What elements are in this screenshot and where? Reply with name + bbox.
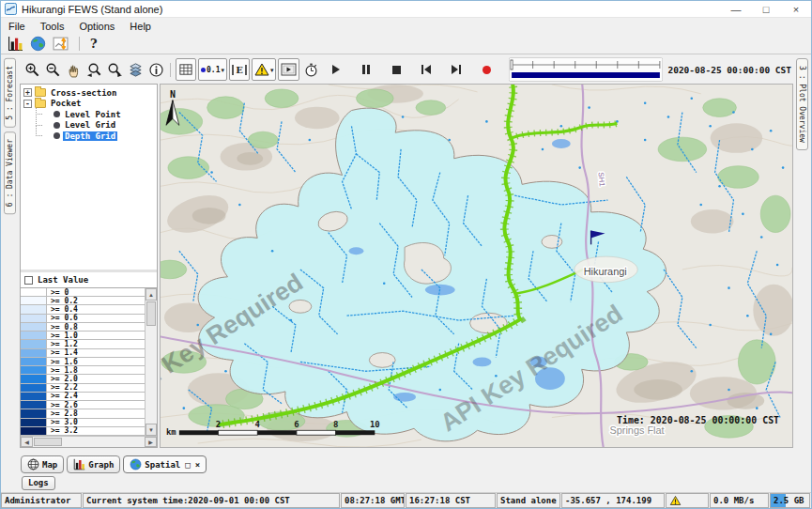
scroll-thumb[interactable] bbox=[34, 438, 62, 446]
tree-item[interactable]: Level Grid bbox=[23, 120, 157, 131]
record-button[interactable] bbox=[476, 58, 497, 81]
memory-usage-label: 2.5 GB bbox=[771, 496, 804, 505]
map-view[interactable]: API Key Required API Key Required SH1 Hi… bbox=[160, 84, 793, 448]
tree-connector bbox=[36, 126, 42, 136]
tree-item[interactable]: + Cross-section bbox=[23, 87, 157, 99]
magnifier-forward-icon bbox=[107, 62, 123, 78]
legend-color-swatch bbox=[21, 427, 47, 435]
legend-value-label: >= 2.0 bbox=[47, 375, 145, 382]
status-warning[interactable] bbox=[666, 493, 709, 508]
warning-icon bbox=[254, 62, 269, 77]
legend-row: >= 3.2 bbox=[21, 427, 145, 436]
legend-row: >= 1.4 bbox=[21, 349, 145, 358]
menu-item[interactable]: Options bbox=[71, 21, 122, 32]
title-bar: Hikurangi FEWS (Stand alone) — □ × bbox=[1, 1, 811, 18]
bar-chart-icon bbox=[73, 458, 85, 470]
layers-button[interactable] bbox=[125, 58, 146, 81]
tree-item[interactable]: Depth Grid bbox=[23, 131, 157, 142]
step-forward-icon bbox=[452, 65, 458, 74]
grid-toggle-button[interactable] bbox=[176, 58, 196, 81]
tree-item[interactable]: - Pocket bbox=[23, 99, 157, 110]
help-button[interactable]: ? bbox=[90, 37, 98, 51]
scroll-down-icon[interactable]: ▼ bbox=[146, 424, 157, 436]
zoom-in-button[interactable] bbox=[22, 58, 42, 81]
maximize-button[interactable]: □ bbox=[751, 1, 781, 17]
info-button[interactable] bbox=[146, 58, 166, 81]
tab-spatial[interactable]: Spatial □ × bbox=[123, 455, 207, 473]
tab-data-viewer[interactable]: 6 : Data Viewer bbox=[4, 131, 16, 214]
tab-map-label: Map bbox=[42, 460, 57, 470]
stop-button[interactable] bbox=[386, 58, 406, 81]
step-backward-button[interactable] bbox=[416, 58, 437, 81]
thresholds-dropdown[interactable]: ▾ bbox=[252, 58, 277, 81]
wire-globe-icon bbox=[27, 458, 39, 470]
play-button[interactable] bbox=[326, 58, 346, 81]
tab-restore-icon[interactable]: □ bbox=[185, 460, 190, 470]
database-display-button[interactable] bbox=[8, 36, 23, 52]
legend-color-swatch bbox=[21, 409, 47, 417]
animation-export-button[interactable] bbox=[300, 58, 321, 81]
tree-item[interactable]: Level Point bbox=[23, 109, 157, 120]
status-bar: Administrator Current system time:2020-0… bbox=[1, 492, 811, 508]
legend-value-label: >= 0.4 bbox=[47, 305, 145, 313]
legend-value-label: >= 0.2 bbox=[47, 297, 145, 304]
menu-item[interactable]: Tools bbox=[33, 21, 72, 32]
legend-color-swatch bbox=[21, 401, 47, 409]
legend-horizontal-scrollbar[interactable]: ◀ ▶ bbox=[21, 436, 157, 447]
movie-player-button[interactable] bbox=[278, 58, 299, 81]
legend-value-label: >= 2.4 bbox=[47, 393, 145, 400]
legend-row: >= 0.4 bbox=[21, 305, 145, 314]
tab-graph[interactable]: Graph bbox=[67, 455, 120, 473]
magnifier-minus-icon bbox=[45, 62, 61, 78]
tree-expander[interactable]: - bbox=[23, 100, 32, 108]
scroll-thumb[interactable] bbox=[146, 301, 156, 326]
timeline-datetime: 2020-08-25 00:00:00 CST bbox=[667, 65, 791, 75]
stop-icon bbox=[392, 66, 401, 74]
bottom-tab-bar: Map Graph Spatial □ × bbox=[19, 454, 793, 473]
timeline-slider[interactable] bbox=[509, 57, 663, 82]
menu-item[interactable]: Help bbox=[122, 21, 159, 32]
label-toggle-button[interactable]: E bbox=[229, 58, 250, 81]
scale-tick: 8 bbox=[333, 420, 338, 429]
scale-unit-label: km bbox=[166, 427, 176, 437]
timeline-range-bar bbox=[513, 72, 661, 78]
menu-item[interactable]: File bbox=[1, 21, 33, 32]
legend-row: >= 1.2 bbox=[21, 340, 145, 348]
legend-row: >= 1.6 bbox=[21, 358, 145, 366]
logs-button[interactable]: Logs bbox=[22, 476, 55, 490]
tab-forecast[interactable]: 5 : Forecast bbox=[4, 58, 16, 128]
tab-plot-overview[interactable]: 3 : Plot Overview bbox=[796, 58, 808, 150]
classify-dropdown[interactable]: 0.1 ▾ bbox=[198, 58, 227, 81]
legend-value-label: >= 3.2 bbox=[47, 427, 145, 435]
map-canvas[interactable]: API Key Required API Key Required SH1 Hi… bbox=[161, 85, 792, 447]
scroll-right-icon[interactable]: ▶ bbox=[145, 437, 157, 447]
zoom-out-button[interactable] bbox=[42, 58, 63, 81]
app-icon bbox=[5, 3, 17, 15]
tree-expander[interactable]: + bbox=[23, 88, 32, 97]
grid-display-button[interactable] bbox=[30, 36, 46, 52]
status-user: Administrator bbox=[1, 493, 82, 508]
status-gmt-time: 08:27:18 GMT bbox=[341, 493, 405, 508]
scroll-left-icon[interactable]: ◀ bbox=[21, 437, 33, 447]
tab-spatial-label: Spatial bbox=[145, 460, 180, 470]
timeline-handle bbox=[511, 60, 513, 69]
last-value-checkbox[interactable] bbox=[24, 276, 33, 285]
tab-close-icon[interactable]: × bbox=[195, 460, 200, 470]
close-button[interactable]: × bbox=[781, 1, 811, 17]
zoom-previous-button[interactable] bbox=[84, 58, 104, 81]
legend-vertical-scrollbar[interactable]: ▲ ▼ bbox=[145, 288, 157, 436]
scroll-up-icon[interactable]: ▲ bbox=[146, 288, 157, 301]
magnifier-plus-icon bbox=[24, 62, 40, 78]
zoom-next-button[interactable] bbox=[104, 58, 125, 81]
legend-color-swatch bbox=[21, 323, 47, 331]
status-mode: Stand alone bbox=[497, 493, 560, 508]
timeseries-dialog-button[interactable] bbox=[53, 36, 69, 52]
legend-color-swatch bbox=[21, 340, 47, 347]
minimize-button[interactable]: — bbox=[721, 1, 751, 17]
menu-bar: FileToolsOptionsHelp bbox=[1, 18, 811, 34]
step-forward-button[interactable] bbox=[446, 58, 467, 81]
pause-button[interactable] bbox=[356, 58, 376, 81]
tab-map[interactable]: Map bbox=[21, 455, 64, 473]
legend-panel: Last Value >= 0 bbox=[21, 272, 157, 447]
pan-button[interactable] bbox=[63, 58, 84, 81]
